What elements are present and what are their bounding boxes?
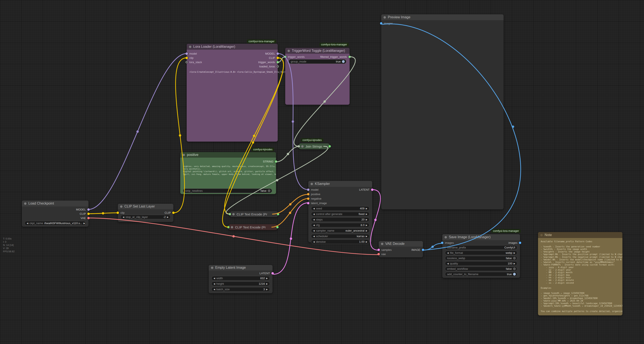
stop-at-clip-layer-widget[interactable]: ◀ stop_at_clip_layer -2 ▶ bbox=[120, 215, 171, 219]
batch-size-widget[interactable]: ◀batch_size3▶ bbox=[212, 287, 270, 292]
combo-left-arrow-icon[interactable]: ◀ bbox=[123, 216, 124, 218]
combo-left-arrow-icon[interactable]: ◀ bbox=[447, 252, 448, 254]
note-text[interactable]: Available filename_prefix Pattern Codes … bbox=[538, 238, 622, 314]
node-header[interactable]: Preview Image bbox=[381, 14, 504, 20]
node-header[interactable]: Load Checkpoint bbox=[22, 200, 88, 206]
node-triggerword-toggle[interactable]: TriggerWord Toggle (LoraManager) trigger… bbox=[285, 48, 350, 105]
lora-stack-input-slot[interactable] bbox=[186, 61, 188, 63]
combo-right-arrow-icon[interactable]: ▶ bbox=[366, 208, 367, 210]
collapse-dot-icon[interactable] bbox=[444, 236, 447, 238]
combo-right-arrow-icon[interactable]: ▶ bbox=[514, 252, 515, 254]
images-output-slot[interactable] bbox=[519, 242, 521, 244]
loras-syntax-text[interactable]: <lora:CreateConcept_Illustrious:0.8> <lo… bbox=[187, 71, 278, 73]
node-clip-text-encode-negative[interactable]: CLIP Text Encode (Pr bbox=[228, 224, 278, 230]
collapse-dot-icon[interactable] bbox=[301, 145, 304, 148]
seed-widget[interactable]: ◀seed409▶ bbox=[311, 206, 370, 211]
collapse-dot-icon[interactable] bbox=[232, 213, 235, 216]
node-save-image[interactable]: Save Image (LoraManager) images images f… bbox=[442, 234, 520, 278]
collapse-dot-icon[interactable] bbox=[24, 202, 26, 205]
image-output-slot[interactable] bbox=[422, 249, 424, 251]
node-header[interactable]: TriggerWord Toggle (LoraManager) bbox=[285, 48, 350, 54]
node-lora-loader[interactable]: Lora Loader (LoraManager) model clip lor… bbox=[187, 44, 278, 142]
node-positive-prompt[interactable]: positive STRING highres, very detailed, … bbox=[180, 152, 276, 194]
combo-right-arrow-icon[interactable]: ▶ bbox=[167, 216, 168, 218]
collapse-dot-icon[interactable] bbox=[189, 46, 191, 48]
combo-left-arrow-icon[interactable]: ◀ bbox=[313, 241, 315, 243]
clip-output-slot[interactable] bbox=[277, 57, 279, 59]
collapse-dot-icon[interactable] bbox=[288, 50, 290, 52]
combo-right-arrow-icon[interactable]: ▶ bbox=[266, 277, 268, 280]
node-load-checkpoint[interactable]: Load Checkpoint MODEL CLIP VAE ◀ ckpt_na… bbox=[22, 200, 88, 227]
trigger-words-output-slot[interactable] bbox=[277, 61, 279, 63]
node-vae-decode[interactable]: VAE Decode samples vae IMAGE bbox=[379, 241, 423, 258]
width-widget[interactable]: ◀width832▶ bbox=[212, 276, 270, 280]
collapse-dot-icon[interactable] bbox=[384, 16, 386, 18]
scheduler-widget[interactable]: ◀schedulerkarras▶ bbox=[311, 234, 370, 238]
toggle-on-icon[interactable] bbox=[342, 60, 345, 63]
combo-left-arrow-icon[interactable]: ◀ bbox=[313, 213, 315, 215]
combo-left-arrow-icon[interactable]: ◀ bbox=[313, 218, 315, 221]
combo-right-arrow-icon[interactable]: ▶ bbox=[366, 241, 367, 243]
combo-right-arrow-icon[interactable]: ▶ bbox=[366, 235, 367, 237]
quality-widget[interactable]: ◀quality100▶ bbox=[445, 261, 517, 266]
filename-prefix-widget[interactable]: filename_prefixComfyUI bbox=[445, 245, 517, 250]
positive-input-slot[interactable] bbox=[307, 193, 310, 195]
combo-right-arrow-icon[interactable]: ▶ bbox=[366, 218, 367, 221]
denoise-widget[interactable]: ◀denoise1.00▶ bbox=[311, 240, 370, 244]
add-counter-toggle-widget[interactable]: add_counter_to_filenametrue bbox=[445, 272, 517, 276]
node-header[interactable]: Lora Loader (LoraManager) bbox=[187, 44, 278, 50]
collapse-dot-icon[interactable] bbox=[182, 154, 185, 156]
node-ksampler[interactable]: KSampler model positive negative latent_… bbox=[308, 181, 372, 242]
collapse-dot-icon[interactable] bbox=[231, 226, 233, 228]
group-mode-toggle-widget[interactable]: group_mode true bbox=[288, 59, 346, 64]
combo-left-arrow-icon[interactable]: ◀ bbox=[27, 222, 28, 224]
combo-right-arrow-icon[interactable]: ▶ bbox=[84, 222, 85, 224]
combo-right-arrow-icon[interactable]: ▶ bbox=[366, 213, 367, 215]
negative-input-slot[interactable] bbox=[307, 198, 310, 200]
node-header[interactable]: Note bbox=[538, 232, 622, 238]
samples-input-slot[interactable] bbox=[378, 249, 380, 251]
collapsed-input-slot[interactable] bbox=[229, 213, 231, 216]
file-format-widget[interactable]: ◀file_formatwebp▶ bbox=[445, 250, 517, 255]
toggle-on-icon[interactable] bbox=[513, 273, 516, 276]
control-after-generate-widget[interactable]: ◀control after generatefixed▶ bbox=[311, 212, 370, 216]
collapsed-output-slot[interactable] bbox=[277, 213, 279, 216]
node-header[interactable]: VAE Decode bbox=[379, 241, 423, 246]
combo-right-arrow-icon[interactable]: ▶ bbox=[366, 230, 367, 232]
lossless-webp-toggle-widget[interactable]: lossless_webpfalse bbox=[445, 256, 517, 260]
combo-left-arrow-icon[interactable]: ◀ bbox=[313, 208, 315, 210]
node-header[interactable]: Save Image (LoraManager) bbox=[442, 234, 520, 240]
collapse-dot-icon[interactable] bbox=[540, 234, 543, 236]
collapsed-input-slot[interactable] bbox=[298, 145, 300, 148]
loaded-loras-output-slot[interactable] bbox=[277, 65, 279, 68]
string-output-slot[interactable] bbox=[275, 160, 277, 163]
positive-prompt-text[interactable]: highres, very detailed, amazing quality,… bbox=[180, 164, 276, 176]
filtered-trigger-words-output-slot[interactable] bbox=[348, 56, 351, 58]
combo-left-arrow-icon[interactable]: ◀ bbox=[447, 262, 448, 265]
model-output-slot[interactable] bbox=[277, 52, 279, 55]
combo-left-arrow-icon[interactable]: ◀ bbox=[313, 224, 315, 226]
model-input-slot[interactable] bbox=[186, 52, 188, 55]
node-preview-image[interactable]: Preview Image images bbox=[381, 14, 504, 210]
clip-output-slot[interactable] bbox=[88, 213, 90, 215]
trigger-words-input-slot[interactable] bbox=[284, 56, 286, 58]
images-input-slot[interactable] bbox=[441, 242, 444, 244]
combo-left-arrow-icon[interactable]: ◀ bbox=[313, 235, 315, 237]
combo-left-arrow-icon[interactable]: ◀ bbox=[214, 288, 215, 290]
strip-newlines-toggle-widget[interactable]: strip_newlines false bbox=[183, 188, 272, 193]
clip-input-slot[interactable] bbox=[186, 57, 188, 59]
latent-output-slot[interactable] bbox=[371, 188, 374, 191]
node-clip-set-last-layer[interactable]: CLIP Set Last Layer clip CLIP ◀ stop_at_… bbox=[118, 204, 174, 222]
clip-input-slot[interactable] bbox=[117, 212, 119, 214]
combo-right-arrow-icon[interactable]: ▶ bbox=[366, 224, 367, 226]
collapsed-output-slot[interactable] bbox=[276, 226, 278, 228]
collapse-dot-icon[interactable] bbox=[120, 206, 122, 208]
combo-right-arrow-icon[interactable]: ▶ bbox=[266, 288, 268, 290]
combo-right-arrow-icon[interactable]: ▶ bbox=[514, 262, 515, 265]
embed-workflow-toggle-widget[interactable]: embed_workflowfalse bbox=[445, 266, 517, 271]
toggle-off-icon[interactable] bbox=[513, 268, 516, 270]
height-widget[interactable]: ◀height1216▶ bbox=[212, 282, 270, 286]
toggle-off-icon[interactable] bbox=[268, 190, 270, 192]
node-header[interactable]: Empty Latent Image bbox=[208, 265, 272, 270]
collapse-dot-icon[interactable] bbox=[310, 183, 313, 185]
